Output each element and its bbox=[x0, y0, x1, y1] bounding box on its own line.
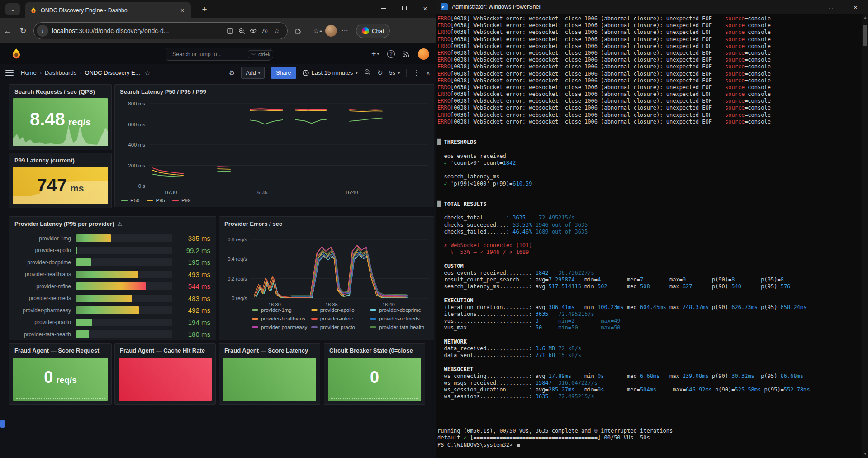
tab-title: ONDC Discovery Engine - Dashbo bbox=[41, 7, 175, 14]
svg-text:16:40: 16:40 bbox=[382, 302, 395, 307]
p99-unit: ms bbox=[70, 183, 84, 194]
powershell-maximize-button[interactable] bbox=[818, 0, 843, 14]
legend-item[interactable]: provider-netmeds bbox=[370, 316, 429, 321]
legend-item[interactable]: provider-1mg bbox=[252, 307, 311, 313]
panel-provider-latency[interactable]: Provider Latency (P95 per provider)⚠ pro… bbox=[9, 216, 216, 340]
panel-provider-errors[interactable]: Provider Errors / sec 0.6 req/s0.4 req/s… bbox=[219, 216, 434, 340]
legend-color-dash bbox=[252, 309, 258, 311]
search-input[interactable] bbox=[172, 51, 245, 57]
split-screen-icon[interactable] bbox=[224, 28, 236, 34]
add-button[interactable]: Add▾ bbox=[241, 67, 265, 79]
panel-search-latency[interactable]: Search Latency P50 / P95 / P99 800 ms600… bbox=[114, 84, 434, 207]
legend-label: provider-docprime bbox=[379, 307, 421, 313]
powershell-close-button[interactable]: × bbox=[843, 0, 868, 14]
grafana-logo[interactable] bbox=[10, 48, 23, 60]
zoom-out-time-icon[interactable] bbox=[364, 69, 371, 77]
provider-errors-legend: provider-1mgprovider-apolloprovider-docp… bbox=[252, 307, 429, 330]
help-icon[interactable]: ? bbox=[387, 50, 395, 58]
grafana-search-box[interactable]: ctrl+k bbox=[166, 48, 271, 61]
console-line: ERRO[0038] WebSocket error: websocket: c… bbox=[437, 77, 862, 84]
legend-item[interactable]: provider-practo bbox=[311, 324, 370, 330]
p99-value: 747 bbox=[37, 175, 67, 196]
browser-toolbar: ← ↻ i localhost:3000/d/ondc-discovery/on… bbox=[0, 18, 436, 43]
powershell-minimize-button[interactable] bbox=[793, 0, 818, 14]
provider-errors-chart[interactable]: 0.6 req/s0.4 req/s0.2 req/s0 req/s16:301… bbox=[219, 229, 435, 318]
share-button[interactable]: Share bbox=[271, 67, 296, 79]
provider-bar-row: provider-pharmeasy492 ms bbox=[9, 304, 216, 316]
time-range-picker[interactable]: Last 15 minutes ▾ bbox=[303, 69, 358, 76]
console-line bbox=[437, 167, 862, 173]
fraud-cache-hit-stat bbox=[119, 358, 212, 401]
panel-fraud-score-request[interactable]: Fraud Agent — Score Request 0 req/s bbox=[9, 343, 112, 405]
legend-item[interactable]: provider-tata-health bbox=[370, 324, 429, 330]
legend-label: provider-apollo bbox=[320, 307, 355, 313]
tab-close-icon[interactable]: × bbox=[178, 7, 186, 14]
dashboard-settings-icon[interactable]: ⚙ bbox=[229, 69, 235, 77]
provider-bar-fill bbox=[76, 306, 139, 314]
panel-fraud-score-latency[interactable]: Fraud Agent — Score Latency bbox=[219, 343, 320, 405]
refresh-icon[interactable]: ↻ bbox=[377, 69, 383, 77]
powershell-console[interactable]: ERRO[0038] WebSocket error: websocket: c… bbox=[436, 14, 862, 458]
more-options-icon[interactable]: ⋯ bbox=[339, 27, 351, 35]
provider-value: 492 ms bbox=[172, 306, 216, 314]
browser-profile-avatar[interactable] bbox=[325, 25, 337, 37]
read-aloud-icon[interactable]: A⟩ bbox=[259, 28, 271, 34]
panel-fraud-cache-hit[interactable]: Fraud Agent — Cache Hit Rate bbox=[114, 343, 216, 405]
news-rss-icon[interactable] bbox=[403, 51, 410, 57]
svg-text:16:30: 16:30 bbox=[268, 302, 281, 307]
collapse-icon[interactable]: ∧ bbox=[426, 70, 430, 76]
address-bar[interactable]: i localhost:3000/d/ondc-discovery/ondc-d… bbox=[33, 22, 288, 39]
panel-qps[interactable]: Search Requests / sec (QPS) 8.48 req/s bbox=[9, 84, 112, 150]
console-line: ERRO[0038] WebSocket error: websocket: c… bbox=[437, 29, 862, 36]
menu-icon[interactable] bbox=[5, 70, 14, 76]
refresh-interval-picker[interactable]: 5s▾ bbox=[389, 70, 400, 76]
site-info-icon[interactable]: i bbox=[37, 25, 48, 37]
browser-tab[interactable]: ONDC Discovery Engine - Dashbo × bbox=[25, 2, 191, 18]
reload-icon[interactable]: ↻ bbox=[15, 26, 31, 36]
browser-close-button[interactable]: × bbox=[415, 0, 436, 16]
browser-maximize-button[interactable] bbox=[394, 0, 415, 16]
svg-text:16:35: 16:35 bbox=[255, 190, 268, 195]
legend-item[interactable]: provider-healthians bbox=[252, 316, 311, 321]
new-tab-button[interactable]: + bbox=[198, 4, 211, 15]
breadcrumb-home[interactable]: Home bbox=[21, 69, 37, 76]
scroll-indicator bbox=[0, 420, 5, 428]
legend-item[interactable]: provider-pharmeasy bbox=[252, 324, 311, 330]
provider-bar-row: provider-mfine544 ms bbox=[9, 280, 216, 292]
legend-color-dash bbox=[121, 200, 128, 201]
powershell-titlebar[interactable]: >_ Administrator: Windows PowerShell × bbox=[436, 0, 868, 14]
add-new-icon[interactable]: +▾ bbox=[371, 49, 379, 59]
legend-item[interactable]: P99 bbox=[172, 198, 190, 203]
legend-item[interactable]: provider-apollo bbox=[311, 307, 370, 313]
extensions-icon[interactable] bbox=[292, 27, 304, 34]
zoom-out-icon[interactable] bbox=[236, 28, 247, 34]
provider-bar-fill bbox=[76, 234, 111, 242]
panel-circuit-breaker[interactable]: Circuit Breaker State (0=close 0 bbox=[324, 343, 425, 405]
console-line: ws_msgs_received..........: 15847 316.04… bbox=[437, 380, 862, 386]
powershell-scrollbar[interactable]: ▲ ▼ bbox=[862, 14, 868, 458]
terminal-cursor bbox=[517, 444, 520, 447]
legend-item[interactable]: provider-docprime bbox=[370, 307, 429, 313]
warning-icon[interactable]: ⚠ bbox=[117, 221, 122, 227]
legend-item[interactable]: provider-mfine bbox=[311, 316, 370, 321]
latency-chart[interactable]: 800 ms600 ms400 ms200 ms0 s16:3016:3516:… bbox=[115, 97, 435, 206]
tab-search-button[interactable]: ⌄ bbox=[5, 3, 20, 15]
back-icon[interactable]: ← bbox=[0, 26, 15, 36]
url-text[interactable]: localhost:3000/d/ondc-discovery/ondc-d..… bbox=[52, 27, 224, 34]
breadcrumb-current[interactable]: ONDC Discovery E... bbox=[85, 69, 140, 76]
favorite-star-icon[interactable]: ☆ bbox=[271, 27, 283, 35]
favorites-bar-icon[interactable]: ☆≡ bbox=[312, 27, 323, 34]
favorite-dashboard-icon[interactable]: ☆ bbox=[145, 69, 151, 76]
legend-item[interactable]: P50 bbox=[121, 198, 139, 203]
browser-minimize-button[interactable] bbox=[373, 0, 394, 16]
scrollbar-thumb[interactable] bbox=[863, 25, 867, 46]
legend-item[interactable]: P95 bbox=[147, 198, 165, 203]
kebab-menu-icon[interactable]: ⋮ bbox=[413, 69, 420, 77]
panel-p99[interactable]: P99 Latency (current) 747 ms bbox=[9, 153, 112, 208]
console-line: ✓ 'p(99)<1000' p(99)=610.59 bbox=[437, 181, 862, 187]
copilot-chat-button[interactable]: Chat bbox=[356, 24, 390, 38]
grafana-profile-avatar[interactable] bbox=[418, 48, 429, 60]
provider-bar-fill bbox=[76, 319, 92, 326]
breadcrumb-dashboards[interactable]: Dashboards bbox=[45, 69, 76, 76]
eye-icon[interactable] bbox=[247, 28, 259, 33]
